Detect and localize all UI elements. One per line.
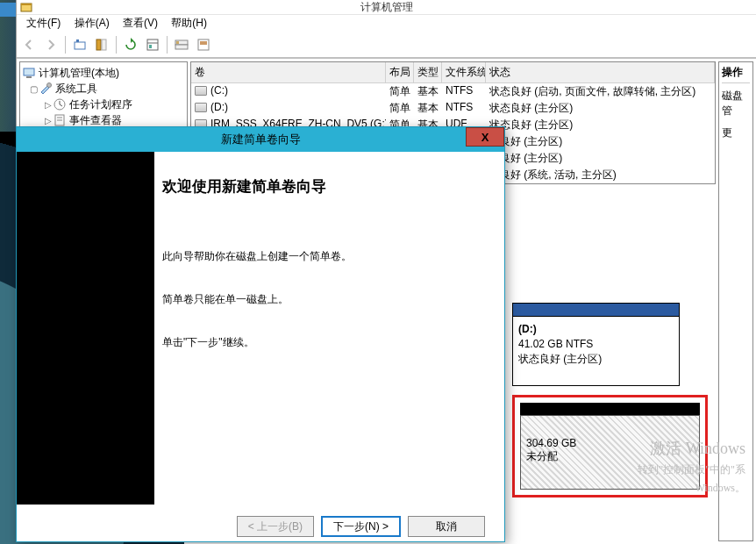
event-icon xyxy=(53,113,67,127)
volume-header-row: 卷 布局 类型 文件系统 状态 xyxy=(191,62,715,83)
computer-icon xyxy=(22,66,36,80)
disk-d-status: 状态良好 (主分区) xyxy=(518,353,602,365)
actions-title: 操作 xyxy=(722,65,750,80)
menu-file[interactable]: 文件(F) xyxy=(21,15,66,32)
tree-root-label: 计算机管理(本地) xyxy=(39,66,119,81)
toolbar-btn-1[interactable] xyxy=(70,35,89,54)
toolbar-btn-6[interactable] xyxy=(194,35,213,54)
collapse-icon[interactable]: ▢ xyxy=(29,84,39,94)
col-type[interactable]: 类型 xyxy=(414,62,442,82)
actions-diskmgmt[interactable]: 磁盘管 xyxy=(722,89,750,118)
close-icon: X xyxy=(481,131,489,144)
col-volume[interactable]: 卷 xyxy=(191,62,386,82)
tree-task-scheduler[interactable]: ▷ 任务计划程序 xyxy=(22,97,185,112)
tree-system-tools[interactable]: ▢ 系统工具 xyxy=(22,81,185,97)
menu-help[interactable]: 帮助(H) xyxy=(166,15,212,32)
tools-icon xyxy=(39,82,53,96)
window-title: 计算机管理 xyxy=(360,0,413,15)
svg-rect-13 xyxy=(200,41,207,45)
close-button[interactable]: X xyxy=(466,127,504,147)
svg-rect-15 xyxy=(26,76,32,78)
toolbar-btn-4[interactable] xyxy=(143,35,162,54)
back-button[interactable]: < 上一步(B) xyxy=(237,516,314,537)
col-layout[interactable]: 布局 xyxy=(386,62,414,82)
menu-action[interactable]: 操作(A) xyxy=(69,15,115,32)
cancel-button[interactable]: 取消 xyxy=(408,516,485,537)
menu-bar: 文件(F) 操作(A) 查看(V) 帮助(H) xyxy=(17,15,756,32)
window-titlebar: 计算机管理 xyxy=(17,0,756,15)
tree-system-tools-label: 系统工具 xyxy=(55,82,97,97)
svg-rect-10 xyxy=(175,45,188,49)
svg-rect-11 xyxy=(176,41,179,44)
volume-row[interactable]: (C:)简单基本NTFS状态良好 (启动, 页面文件, 故障转储, 主分区) xyxy=(191,83,715,100)
disk-unallocated-highlight[interactable]: 304.69 GB 未分配 xyxy=(512,395,708,497)
toolbar-btn-5[interactable] xyxy=(172,35,191,54)
svg-rect-1 xyxy=(21,4,32,5)
wizard-heading: 欢迎使用新建简单卷向导 xyxy=(162,176,478,197)
svg-rect-3 xyxy=(76,39,79,42)
taskbar-app-icon[interactable] xyxy=(0,3,16,17)
unallocated-size: 304.69 GB xyxy=(526,437,576,449)
actions-more[interactable]: 更 xyxy=(722,125,750,140)
unallocated-label: 未分配 xyxy=(526,450,558,462)
wizard-titlebar[interactable]: 新建简单卷向导 X xyxy=(17,127,504,152)
col-status[interactable]: 状态 xyxy=(486,62,715,82)
svg-rect-2 xyxy=(75,42,85,49)
toolbar xyxy=(17,32,756,58)
wizard-body: 欢迎使用新建简单卷向导 此向导帮助你在磁盘上创建一个简单卷。 简单卷只能在单一磁… xyxy=(17,152,504,505)
toolbar-refresh-button[interactable] xyxy=(121,35,140,54)
disk-d-partition[interactable]: (D:) 41.02 GB NTFS 状态良好 (主分区) xyxy=(512,303,680,386)
wizard-text-2: 简单卷只能在单一磁盘上。 xyxy=(162,292,478,307)
toolbar-btn-2[interactable] xyxy=(92,35,111,54)
svg-point-16 xyxy=(47,83,52,88)
tree-root[interactable]: 计算机管理(本地) xyxy=(22,65,185,81)
col-filesystem[interactable]: 文件系统 xyxy=(442,62,486,82)
menu-view[interactable]: 查看(V) xyxy=(118,15,163,32)
actions-panel: 操作 磁盘管 更 xyxy=(718,61,753,541)
app-icon xyxy=(19,1,33,13)
volume-icon xyxy=(195,86,207,96)
tree-event-viewer-label: 事件查看器 xyxy=(69,113,122,128)
clock-icon xyxy=(53,97,67,111)
svg-rect-8 xyxy=(149,45,152,48)
disk-d-name: (D:) xyxy=(518,323,537,335)
new-simple-volume-wizard: 新建简单卷向导 X 欢迎使用新建简单卷向导 此向导帮助你在磁盘上创建一个简单卷。… xyxy=(16,126,505,542)
nav-forward-button[interactable] xyxy=(41,35,61,54)
svg-rect-5 xyxy=(102,39,106,50)
svg-rect-14 xyxy=(24,68,34,75)
next-button[interactable]: 下一步(N) > xyxy=(321,516,401,537)
tree-task-scheduler-label: 任务计划程序 xyxy=(69,97,132,112)
disk-d-size: 41.02 GB NTFS xyxy=(518,338,593,350)
svg-rect-4 xyxy=(96,39,101,50)
volume-row[interactable]: (D:)简单基本NTFS状态良好 (主分区) xyxy=(191,100,715,117)
svg-rect-6 xyxy=(147,39,158,50)
nav-back-button[interactable] xyxy=(19,35,39,54)
wizard-button-row: < 上一步(B) 下一步(N) > 取消 xyxy=(237,516,485,537)
expand-icon[interactable]: ▷ xyxy=(43,100,53,110)
volume-icon xyxy=(195,103,207,112)
wizard-text-1: 此向导帮助你在磁盘上创建一个简单卷。 xyxy=(162,249,478,264)
wizard-text-3: 单击"下一步"继续。 xyxy=(162,335,478,350)
expand-icon[interactable]: ▷ xyxy=(43,116,53,125)
wizard-title: 新建简单卷向导 xyxy=(221,132,301,147)
